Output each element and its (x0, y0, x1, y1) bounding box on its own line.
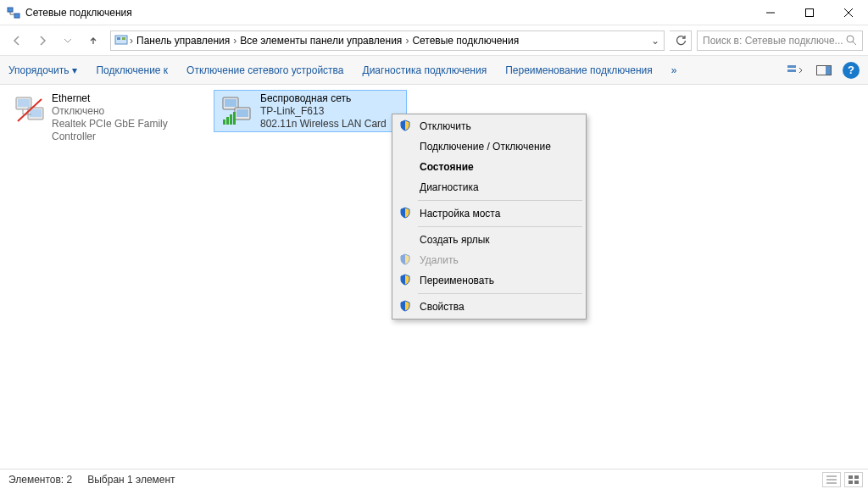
svg-rect-33 (849, 481, 853, 484)
svg-rect-31 (849, 475, 853, 479)
svg-rect-32 (854, 475, 859, 479)
search-placeholder: Поиск в: Сетевые подключе... (703, 35, 846, 47)
back-button[interactable] (5, 29, 29, 53)
ethernet-icon (13, 92, 47, 130)
preview-pane-button[interactable] (814, 60, 834, 81)
shield-icon (399, 253, 413, 267)
crumb-control-panel[interactable]: Панель управления (133, 35, 233, 47)
titlebar: Сетевые подключения (0, 0, 868, 25)
svg-rect-0 (8, 8, 13, 12)
separator (418, 200, 582, 201)
shield-icon (399, 274, 413, 287)
connect-to-button[interactable]: Подключение к (96, 64, 168, 76)
up-button[interactable] (81, 29, 105, 53)
svg-rect-1 (14, 14, 19, 18)
status-count: Элементов: 2 (8, 474, 72, 486)
svg-rect-23 (236, 109, 248, 117)
separator (418, 226, 582, 227)
svg-rect-27 (233, 112, 236, 125)
svg-rect-14 (826, 66, 831, 75)
ctx-bridge[interactable]: Настройка моста (394, 203, 584, 224)
address-dropdown[interactable]: ⌄ (648, 35, 662, 47)
connection-device: Realtek PCIe GbE Family Controller (52, 118, 198, 143)
connection-name: Беспроводная сеть (260, 92, 387, 105)
app-icon (7, 6, 20, 19)
svg-rect-25 (226, 117, 229, 125)
shield-icon (399, 300, 413, 314)
ctx-shortcut[interactable]: Создать ярлык (394, 230, 584, 250)
connection-device: 802.11n Wireless LAN Card (260, 118, 387, 131)
crumb-all-items[interactable]: Все элементы панели управления (236, 35, 405, 47)
crumb-network-connections[interactable]: Сетевые подключения (409, 35, 522, 47)
connection-name: Ethernet (52, 92, 198, 105)
svg-rect-26 (230, 114, 232, 125)
breadcrumb[interactable]: › Панель управления › Все элементы панел… (110, 31, 665, 51)
status-selected: Выбран 1 элемент (87, 474, 175, 486)
disable-device-button[interactable]: Отключение сетевого устройства (186, 64, 343, 76)
command-bar: Упорядочить▾ Подключение к Отключение се… (0, 56, 868, 85)
help-button[interactable]: ? (843, 62, 860, 79)
context-menu: Отключить Подключение / Отключение Состо… (392, 114, 587, 320)
connection-status: TP-Link_F613 (260, 105, 387, 118)
organize-button[interactable]: Упорядочить▾ (8, 64, 77, 76)
ctx-status[interactable]: Состояние (394, 157, 584, 177)
refresh-button[interactable] (670, 31, 692, 51)
connection-wifi[interactable]: Беспроводная сеть TP-Link_F613 802.11n W… (214, 90, 407, 132)
svg-rect-8 (122, 37, 125, 40)
shield-icon (399, 207, 413, 220)
svg-rect-11 (787, 65, 796, 68)
icons-view-button[interactable] (844, 472, 863, 487)
svg-rect-12 (787, 69, 796, 72)
search-icon (846, 35, 857, 46)
ctx-disconnect[interactable]: Отключить (394, 116, 584, 136)
svg-rect-24 (223, 119, 225, 125)
svg-rect-7 (117, 37, 120, 40)
minimize-button[interactable] (751, 0, 790, 25)
view-options-button[interactable] (785, 60, 805, 81)
chevron-down-icon: ▾ (72, 64, 77, 76)
more-commands-button[interactable]: » (671, 64, 677, 76)
wifi-icon (218, 92, 255, 130)
separator (418, 293, 582, 294)
close-button[interactable] (829, 0, 868, 25)
svg-line-10 (853, 42, 856, 45)
control-panel-icon (113, 34, 130, 47)
maximize-button[interactable] (790, 0, 829, 25)
svg-rect-34 (854, 481, 859, 484)
ctx-toggle[interactable]: Подключение / Отключение (394, 136, 584, 157)
navbar: › Панель управления › Все элементы панел… (0, 25, 868, 56)
ctx-diagnostics[interactable]: Диагностика (394, 177, 584, 197)
statusbar: Элементов: 2 Выбран 1 элемент (0, 469, 868, 489)
connection-status: Отключено (52, 105, 198, 118)
svg-rect-21 (225, 99, 236, 107)
search-input[interactable]: Поиск в: Сетевые подключе... (697, 31, 863, 51)
ctx-rename[interactable]: Переименовать (394, 270, 584, 291)
recent-button[interactable] (56, 29, 80, 53)
ctx-properties[interactable]: Свойства (394, 297, 584, 317)
forward-button[interactable] (31, 29, 54, 53)
svg-point-9 (847, 36, 854, 42)
shield-icon (399, 119, 413, 133)
svg-rect-18 (30, 109, 42, 117)
details-view-button[interactable] (822, 472, 841, 487)
rename-connection-button[interactable]: Переименование подключения (505, 64, 653, 76)
connection-ethernet[interactable]: Ethernet Отключено Realtek PCIe GbE Fami… (8, 90, 202, 132)
svg-rect-3 (806, 8, 814, 16)
diagnose-button[interactable]: Диагностика подключения (363, 64, 487, 76)
svg-rect-16 (18, 99, 30, 107)
ctx-delete: Удалить (394, 250, 584, 270)
window-title: Сетевые подключения (25, 7, 751, 19)
